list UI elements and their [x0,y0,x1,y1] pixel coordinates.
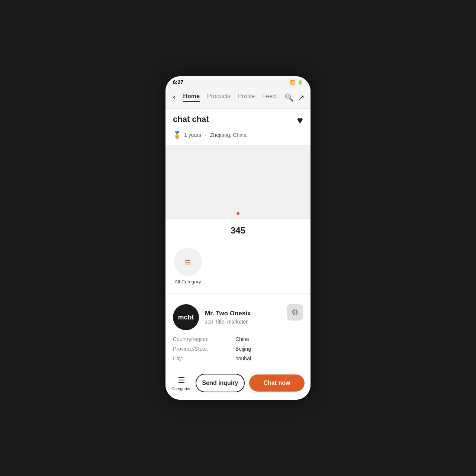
tab-home[interactable]: Home [183,93,199,102]
category-icon-circle: ≡ [174,248,202,276]
bottom-bar: ☰ Categories Send inquiry Chat now [165,369,311,400]
store-location: Zhejiang, China [210,132,247,138]
main-content: chat chat ♥ 🏅 1 years · Zhejiang, China … [165,109,311,369]
gold-badge-icon: 🏅 [173,131,181,139]
province-label: Province/State: [173,346,232,352]
categories-button[interactable]: ☰ Categories [171,376,191,391]
search-icon[interactable]: 🔍 [284,93,294,102]
store-title: chat chat [173,115,209,124]
battery-icon: 🔋 [298,80,303,85]
gear-icon: ⚙ [291,308,299,317]
status-time: 6:27 [173,79,183,85]
city-value: houhai [235,356,303,361]
contact-job: Job Title: marketer [205,319,281,325]
chat-now-button[interactable]: Chat now [249,374,305,392]
category-label: All Category [175,279,201,284]
contact-details: Country/region: China Province/State: Be… [173,336,303,361]
store-header: chat chat ♥ [165,109,311,131]
job-label: Job Title: [205,319,226,325]
status-bar: 6:27 📶 🔋 [165,76,311,88]
nav-tabs: Home Products Profile Feed [183,93,279,102]
meta-separator: · [205,132,206,138]
status-icons: 📶 🔋 [290,80,303,85]
categories-label: Categories [171,386,191,391]
all-category-item[interactable]: ≡ All Category [173,248,203,284]
country-label: Country/region: [173,336,232,342]
share-icon[interactable]: ↗ [298,93,305,102]
top-nav: ‹ Home Products Profile Feed 🔍 ↗ [165,88,311,109]
product-count: 345 [231,225,245,235]
phone-container: 6:27 📶 🔋 ‹ Home Products Profile Feed 🔍 … [165,76,311,400]
avatar-text: mcbt [178,313,194,321]
stats-area: 345 [165,219,311,242]
contact-top: mcbt Mr. Two Onesix Job Title: marketer … [173,304,303,330]
banner-area [165,145,311,219]
contact-card: mcbt Mr. Two Onesix Job Title: marketer … [165,297,311,369]
settings-button[interactable]: ⚙ [287,304,303,321]
banner-indicator-dot [237,212,239,215]
avatar: mcbt [173,304,199,330]
contact-name: Mr. Two Onesix [205,310,281,317]
tab-products[interactable]: Products [207,93,231,102]
job-value: marketer [227,319,248,325]
back-button[interactable]: ‹ [171,91,177,104]
category-section: ≡ All Category [165,242,311,294]
store-meta: 🏅 1 years · Zhejiang, China [165,131,311,145]
city-label: City: [173,356,232,361]
store-years: 1 years [184,132,201,138]
send-inquiry-button[interactable]: Send inquiry [196,374,245,392]
contact-info: Mr. Two Onesix Job Title: marketer [205,310,281,325]
nav-actions: 🔍 ↗ [284,93,305,102]
wifi-icon: 📶 [290,80,296,85]
country-value: China [235,336,303,342]
tab-feed[interactable]: Feed [262,93,276,102]
categories-icon: ☰ [178,376,185,385]
category-list-icon: ≡ [185,256,191,268]
province-value: Beijing [235,346,303,352]
favorite-button[interactable]: ♥ [297,115,303,126]
tab-profile[interactable]: Profile [238,93,255,102]
